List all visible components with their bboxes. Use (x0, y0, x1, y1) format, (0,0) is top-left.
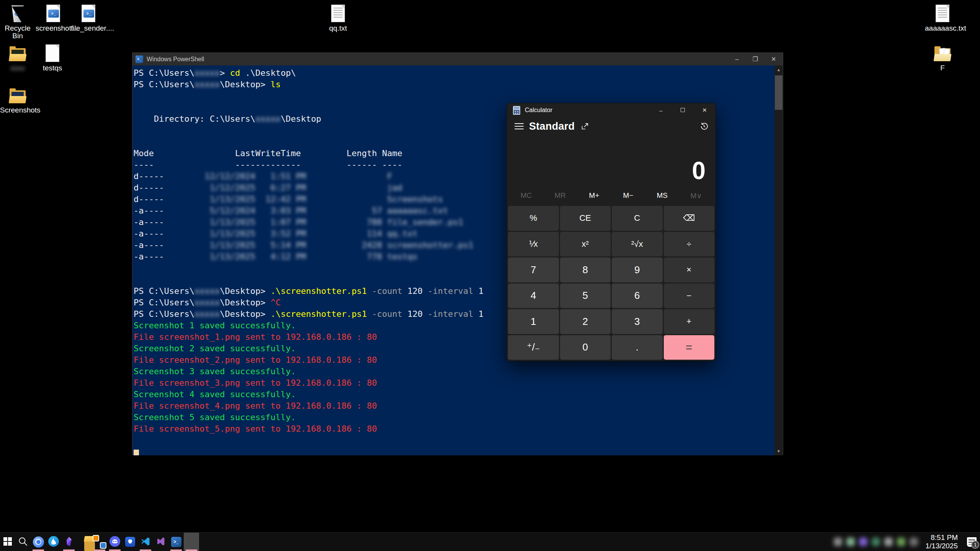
maximize-button[interactable]: ❐ (746, 53, 764, 65)
bitwarden-icon (125, 537, 135, 547)
calculator-keypad: %CEC⌫⅟xx²²√x÷789×456−123+⁺/₋0.= (508, 206, 714, 360)
calc-maximize-button[interactable]: ☐ (672, 103, 694, 117)
calc-key-symbol[interactable]: ⌫ (664, 206, 715, 231)
running-indicator (186, 549, 197, 551)
calc-key-2[interactable]: 2 (560, 309, 611, 334)
obsidian-icon (64, 536, 74, 548)
visual-studio[interactable] (153, 533, 168, 551)
memory-ms-button[interactable]: MS (645, 191, 679, 200)
screenshots-folder[interactable]: Screenshots (0, 85, 35, 114)
librewolf-icon (48, 536, 59, 548)
powershell[interactable]: >_ (168, 533, 184, 551)
calc-close-button[interactable]: ✕ (694, 103, 715, 117)
screenshotter-ps1-file[interactable]: >_ screenshott... (36, 3, 71, 32)
calc-key-x[interactable]: ⅟x (508, 232, 559, 257)
taskbar-icons: >_ (0, 533, 199, 551)
calc-key-4[interactable]: 4 (508, 284, 559, 308)
recycle-bin[interactable]: ♻ Recycle Bin (0, 3, 35, 40)
calc-key-symbol[interactable]: − (664, 284, 715, 308)
calc-key-1[interactable]: 1 (508, 309, 559, 334)
calc-key-5[interactable]: 5 (560, 284, 611, 308)
clock-time: 8:51 PM (925, 533, 958, 542)
calc-key-x[interactable]: x² (560, 232, 611, 257)
chromium-browser[interactable] (31, 533, 46, 551)
memory-mx-button: M∨ (679, 191, 713, 200)
minimize-button[interactable]: – (728, 53, 746, 65)
icon-label: testqs (35, 64, 70, 72)
calc-key-symbol[interactable]: + (664, 309, 715, 334)
calc-key-symbol[interactable]: × (664, 258, 715, 282)
powershell-script-icon: >_ (82, 5, 95, 22)
action-center-button[interactable]: 1 (963, 533, 980, 551)
calc-key-symbol[interactable]: ÷ (664, 232, 715, 257)
folder-icon (9, 47, 26, 62)
scroll-thumb[interactable] (775, 75, 782, 110)
obsidian[interactable] (61, 533, 77, 551)
tray-icon-blurred (910, 538, 918, 546)
scroll-down-arrow[interactable]: ▼ (774, 447, 783, 455)
notification-badge: 1 (971, 541, 979, 549)
calc-key-6[interactable]: 6 (612, 284, 663, 308)
clock-date: 1/13/2025 (925, 542, 958, 550)
powershell-icon: >_ (136, 55, 143, 63)
terminal-line: File screenshot_4.png sent to 192.168.0.… (134, 400, 773, 412)
icon-label: Screenshots (0, 106, 35, 114)
calc-key-9[interactable]: 9 (612, 258, 663, 282)
calc-key-symbol[interactable]: ⁺/₋ (508, 335, 559, 360)
calc-key-7[interactable]: 7 (508, 258, 559, 282)
bitwarden[interactable] (122, 533, 138, 551)
text-file-icon (331, 5, 345, 22)
close-button[interactable]: ✕ (764, 53, 783, 65)
calc-key-ce[interactable]: CE (560, 206, 611, 231)
folder-documents-icon (934, 47, 951, 62)
calc-minimize-button[interactable]: – (650, 103, 672, 117)
qq-txt-file[interactable]: qq.txt (320, 3, 356, 32)
history-icon[interactable] (699, 122, 709, 131)
keep-on-top-icon[interactable] (581, 122, 589, 130)
discord[interactable] (107, 533, 122, 551)
aaaaaasc-txt-file[interactable]: aaaaaasc.txt (925, 3, 960, 32)
file-explorer[interactable] (77, 533, 92, 551)
clock[interactable]: 8:51 PM 1/13/2025 (925, 533, 958, 550)
memory-mx-button[interactable]: M− (611, 191, 645, 200)
file-icon (46, 44, 59, 62)
calculator[interactable] (184, 533, 199, 551)
calc-key-0[interactable]: 0 (560, 335, 611, 360)
tray-icon-blurred (884, 538, 893, 546)
f-folder[interactable]: F (925, 43, 960, 72)
vscode-icon (140, 536, 151, 548)
blurred-folder[interactable]: xxxx (0, 43, 35, 72)
running-indicator (140, 549, 151, 551)
librewolf-browser[interactable] (46, 533, 61, 551)
terminal-line (134, 90, 773, 102)
start-button[interactable] (0, 533, 15, 551)
powershell-titlebar[interactable]: >_ Windows PowerShell – ❐ ✕ (132, 53, 783, 65)
running-indicator (94, 549, 105, 551)
calc-key-x[interactable]: ²√x (612, 232, 663, 257)
scroll-up-arrow[interactable]: ▲ (774, 65, 783, 74)
memory-mx-button[interactable]: M+ (577, 191, 611, 200)
system-tray-icons-blurred[interactable] (831, 535, 921, 548)
menu-icon[interactable] (514, 123, 524, 129)
calculator-mode: Standard (529, 121, 575, 132)
icon-label: Recycle Bin (0, 24, 35, 40)
calculator-titlebar[interactable]: Calculator – ☐ ✕ (507, 103, 715, 117)
terminal-line (134, 435, 773, 446)
file-sender-ps1-file[interactable]: >_ file_sender.... (71, 3, 106, 32)
memory-mr-button: MR (543, 191, 577, 200)
powershell-script-icon: >_ (46, 5, 60, 22)
calculator-app-icon (513, 106, 520, 115)
testqs-file[interactable]: testqs (35, 43, 70, 72)
calc-key-symbol[interactable]: = (664, 335, 715, 360)
calc-key-c[interactable]: C (612, 206, 663, 231)
search-button[interactable] (15, 533, 31, 551)
calc-key-8[interactable]: 8 (560, 258, 611, 282)
terminal-scrollbar[interactable]: ▲ ▼ (774, 65, 783, 455)
calc-key-symbol[interactable]: % (508, 206, 559, 231)
vmware-workstation[interactable] (92, 533, 107, 551)
icon-label: screenshott... (36, 24, 71, 32)
tray-icon-blurred (859, 538, 867, 546)
vscode[interactable] (138, 533, 153, 551)
calc-key-3[interactable]: 3 (612, 309, 663, 334)
calc-key-symbol[interactable]: . (612, 335, 663, 360)
